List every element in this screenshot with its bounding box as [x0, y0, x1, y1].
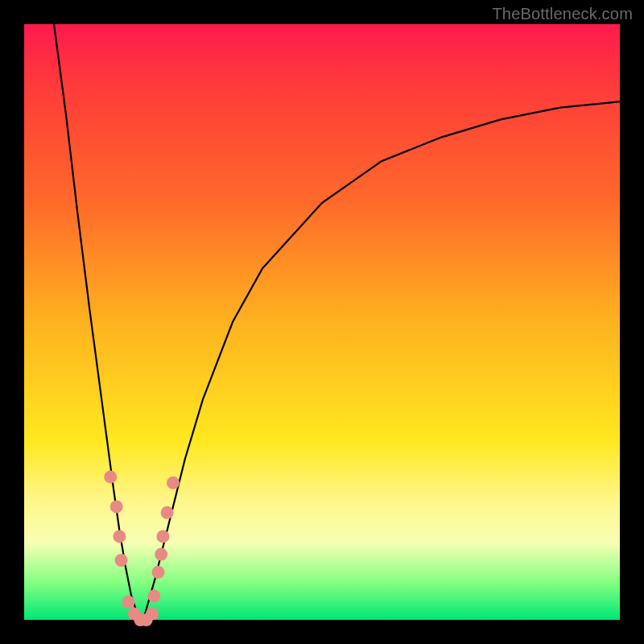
highlight-dot: [161, 506, 174, 519]
highlight-dot: [146, 608, 159, 621]
chart-frame: TheBottleneck.com: [0, 0, 644, 644]
highlight-dot: [155, 548, 167, 561]
plot-area: [24, 24, 620, 620]
curve-group: [54, 24, 620, 620]
highlight-dot: [167, 477, 180, 489]
chart-svg: [24, 24, 620, 620]
curve-left-branch: [54, 24, 143, 620]
highlight-dots-group: [104, 470, 180, 626]
highlight-dot: [122, 596, 135, 609]
highlight-dot: [147, 589, 160, 602]
curve-right-branch: [143, 101, 620, 620]
highlight-dot: [156, 530, 169, 543]
highlight-dot: [115, 554, 128, 567]
highlight-dot: [104, 470, 117, 483]
watermark-text: TheBottleneck.com: [492, 5, 633, 23]
highlight-dot: [110, 500, 123, 513]
highlight-dot: [152, 566, 165, 579]
highlight-dot: [113, 530, 126, 543]
